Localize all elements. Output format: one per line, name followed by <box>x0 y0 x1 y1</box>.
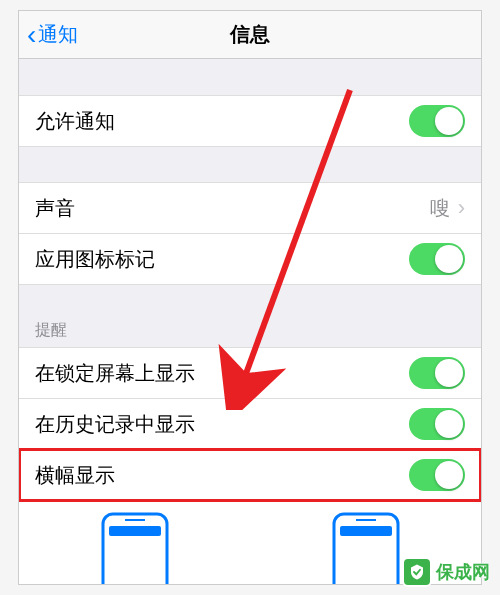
svg-rect-1 <box>109 526 161 536</box>
row-history: 在历史记录中显示 <box>19 398 481 450</box>
chevron-right-icon: › <box>458 195 465 221</box>
back-button[interactable]: ‹ 通知 <box>27 21 78 49</box>
group-header: 提醒 <box>19 312 481 347</box>
phone-temporary-icon <box>93 512 177 585</box>
back-label: 通知 <box>38 21 78 48</box>
chevron-left-icon: ‹ <box>27 21 36 49</box>
banner-style-persistent[interactable]: 持续 <box>324 512 408 585</box>
banner-style-temporary[interactable]: 临时 <box>93 512 177 585</box>
svg-rect-4 <box>334 514 398 585</box>
row-allow-notifications: 允许通知 <box>19 95 481 147</box>
settings-screen: ‹ 通知 信息 允许通知 声音 嗖 › 应用图标标记 提醒 在锁定屏幕上显示 <box>18 10 482 585</box>
row-sound[interactable]: 声音 嗖 › <box>19 182 481 234</box>
nav-bar: ‹ 通知 信息 <box>19 11 481 59</box>
switch-allow-notifications[interactable] <box>409 105 465 137</box>
row-label: 声音 <box>35 195 75 222</box>
watermark-text: 保成网 <box>436 560 490 584</box>
page-title: 信息 <box>230 21 270 48</box>
phone-persistent-icon <box>324 512 408 585</box>
watermark: 保成网 <box>398 555 494 589</box>
shield-icon <box>402 557 432 587</box>
group-allow: 允许通知 <box>19 95 481 147</box>
switch-lock-screen[interactable] <box>409 357 465 389</box>
row-lock-screen: 在锁定屏幕上显示 <box>19 347 481 399</box>
switch-banner[interactable] <box>409 459 465 491</box>
group-alerts: 提醒 在锁定屏幕上显示 在历史记录中显示 横幅显示 临时 <box>19 312 481 585</box>
row-badge: 应用图标标记 <box>19 233 481 285</box>
row-label: 应用图标标记 <box>35 246 155 273</box>
row-banner: 横幅显示 <box>19 449 481 501</box>
switch-badge[interactable] <box>409 243 465 275</box>
row-label: 允许通知 <box>35 108 115 135</box>
group-sound: 声音 嗖 › 应用图标标记 <box>19 182 481 285</box>
row-label: 在历史记录中显示 <box>35 411 195 438</box>
row-label: 横幅显示 <box>35 462 115 489</box>
sound-value: 嗖 <box>430 195 450 222</box>
row-label: 在锁定屏幕上显示 <box>35 360 195 387</box>
svg-rect-5 <box>340 526 392 536</box>
svg-rect-0 <box>103 514 167 585</box>
row-accessory: 嗖 › <box>430 195 465 222</box>
switch-history[interactable] <box>409 408 465 440</box>
